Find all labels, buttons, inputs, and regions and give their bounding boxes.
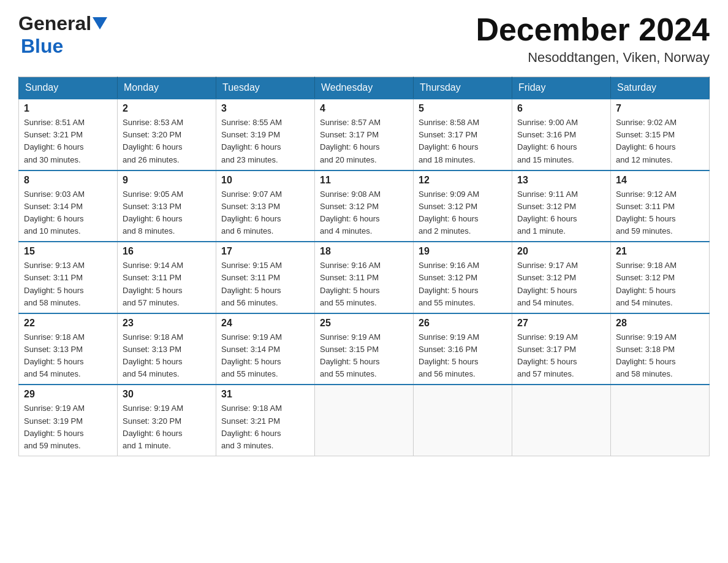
table-row: 15Sunrise: 9:13 AMSunset: 3:11 PMDayligh… [19, 242, 118, 313]
col-wednesday: Wednesday [315, 77, 414, 99]
table-row: 13Sunrise: 9:11 AMSunset: 3:12 PMDayligh… [512, 170, 611, 242]
day-number: 3 [221, 103, 309, 114]
day-info: Sunrise: 8:58 AMSunset: 3:17 PMDaylight:… [419, 117, 507, 166]
day-info: Sunrise: 9:05 AMSunset: 3:13 PMDaylight:… [123, 188, 211, 238]
table-row: 6Sunrise: 9:00 AMSunset: 3:16 PMDaylight… [512, 99, 611, 170]
svg-marker-0 [93, 17, 107, 29]
day-number: 25 [320, 318, 408, 329]
col-saturday: Saturday [611, 77, 710, 99]
table-row: 19Sunrise: 9:16 AMSunset: 3:12 PMDayligh… [414, 242, 512, 313]
day-info: Sunrise: 9:11 AMSunset: 3:12 PMDaylight:… [517, 188, 605, 238]
page-subtitle: Nesoddtangen, Viken, Norway [476, 50, 710, 66]
table-row: 25Sunrise: 9:19 AMSunset: 3:15 PMDayligh… [315, 313, 414, 385]
day-number: 29 [24, 389, 112, 400]
table-row [414, 385, 512, 456]
day-number: 12 [419, 175, 507, 186]
col-monday: Monday [118, 77, 216, 99]
day-info: Sunrise: 9:18 AMSunset: 3:13 PMDaylight:… [24, 331, 112, 381]
day-info: Sunrise: 9:03 AMSunset: 3:14 PMDaylight:… [24, 188, 112, 238]
day-number: 14 [616, 175, 704, 186]
day-info: Sunrise: 8:57 AMSunset: 3:17 PMDaylight:… [320, 117, 408, 166]
table-row [611, 385, 710, 456]
table-row: 26Sunrise: 9:19 AMSunset: 3:16 PMDayligh… [414, 313, 512, 385]
day-info: Sunrise: 9:19 AMSunset: 3:19 PMDaylight:… [24, 402, 112, 452]
day-number: 22 [24, 318, 112, 329]
table-row: 29Sunrise: 9:19 AMSunset: 3:19 PMDayligh… [19, 385, 118, 456]
day-info: Sunrise: 9:18 AMSunset: 3:21 PMDaylight:… [221, 402, 309, 452]
logo-arrow-icon [93, 17, 107, 32]
day-info: Sunrise: 8:53 AMSunset: 3:20 PMDaylight:… [123, 117, 211, 166]
day-info: Sunrise: 9:16 AMSunset: 3:12 PMDaylight:… [419, 259, 507, 309]
col-tuesday: Tuesday [216, 77, 315, 99]
table-row: 24Sunrise: 9:19 AMSunset: 3:14 PMDayligh… [216, 313, 315, 385]
day-info: Sunrise: 9:07 AMSunset: 3:13 PMDaylight:… [221, 188, 309, 238]
page-title: December 2024 [476, 12, 710, 47]
day-info: Sunrise: 9:17 AMSunset: 3:12 PMDaylight:… [517, 259, 605, 309]
table-row [315, 385, 414, 456]
day-info: Sunrise: 9:19 AMSunset: 3:20 PMDaylight:… [123, 402, 211, 452]
day-info: Sunrise: 9:12 AMSunset: 3:11 PMDaylight:… [616, 188, 704, 238]
col-thursday: Thursday [414, 77, 512, 99]
calendar-week-row: 22Sunrise: 9:18 AMSunset: 3:13 PMDayligh… [19, 313, 710, 385]
table-row: 4Sunrise: 8:57 AMSunset: 3:17 PMDaylight… [315, 99, 414, 170]
table-row: 1Sunrise: 8:51 AMSunset: 3:21 PMDaylight… [19, 99, 118, 170]
table-row: 30Sunrise: 9:19 AMSunset: 3:20 PMDayligh… [118, 385, 216, 456]
day-info: Sunrise: 8:51 AMSunset: 3:21 PMDaylight:… [24, 117, 112, 166]
day-number: 9 [123, 175, 211, 186]
table-row: 5Sunrise: 8:58 AMSunset: 3:17 PMDaylight… [414, 99, 512, 170]
calendar-week-row: 8Sunrise: 9:03 AMSunset: 3:14 PMDaylight… [19, 170, 710, 242]
title-area: December 2024 Nesoddtangen, Viken, Norwa… [476, 12, 710, 66]
table-row: 2Sunrise: 8:53 AMSunset: 3:20 PMDaylight… [118, 99, 216, 170]
table-row: 20Sunrise: 9:17 AMSunset: 3:12 PMDayligh… [512, 242, 611, 313]
calendar-header-row: Sunday Monday Tuesday Wednesday Thursday… [19, 77, 710, 99]
day-number: 13 [517, 175, 605, 186]
day-number: 24 [221, 318, 309, 329]
day-number: 15 [24, 246, 112, 257]
day-number: 20 [517, 246, 605, 257]
table-row: 8Sunrise: 9:03 AMSunset: 3:14 PMDaylight… [19, 170, 118, 242]
day-number: 31 [221, 389, 309, 400]
table-row: 31Sunrise: 9:18 AMSunset: 3:21 PMDayligh… [216, 385, 315, 456]
day-number: 18 [320, 246, 408, 257]
day-number: 23 [123, 318, 211, 329]
table-row [512, 385, 611, 456]
table-row: 3Sunrise: 8:55 AMSunset: 3:19 PMDaylight… [216, 99, 315, 170]
day-number: 16 [123, 246, 211, 257]
day-info: Sunrise: 9:02 AMSunset: 3:15 PMDaylight:… [616, 117, 704, 166]
day-info: Sunrise: 9:18 AMSunset: 3:12 PMDaylight:… [616, 259, 704, 309]
day-info: Sunrise: 9:18 AMSunset: 3:13 PMDaylight:… [123, 331, 211, 381]
day-number: 8 [24, 175, 112, 186]
header: General Blue December 2024 Nesoddtangen,… [18, 12, 710, 66]
table-row: 23Sunrise: 9:18 AMSunset: 3:13 PMDayligh… [118, 313, 216, 385]
day-number: 10 [221, 175, 309, 186]
day-info: Sunrise: 9:19 AMSunset: 3:18 PMDaylight:… [616, 331, 704, 381]
table-row: 21Sunrise: 9:18 AMSunset: 3:12 PMDayligh… [611, 242, 710, 313]
table-row: 28Sunrise: 9:19 AMSunset: 3:18 PMDayligh… [611, 313, 710, 385]
day-number: 6 [517, 103, 605, 114]
day-number: 11 [320, 175, 408, 186]
day-info: Sunrise: 9:16 AMSunset: 3:11 PMDaylight:… [320, 259, 408, 309]
calendar-week-row: 15Sunrise: 9:13 AMSunset: 3:11 PMDayligh… [19, 242, 710, 313]
day-info: Sunrise: 9:13 AMSunset: 3:11 PMDaylight:… [24, 259, 112, 309]
day-info: Sunrise: 9:19 AMSunset: 3:17 PMDaylight:… [517, 331, 605, 381]
day-info: Sunrise: 9:09 AMSunset: 3:12 PMDaylight:… [419, 188, 507, 238]
day-info: Sunrise: 9:19 AMSunset: 3:15 PMDaylight:… [320, 331, 408, 381]
day-number: 21 [616, 246, 704, 257]
calendar-week-row: 29Sunrise: 9:19 AMSunset: 3:19 PMDayligh… [19, 385, 710, 456]
day-info: Sunrise: 9:14 AMSunset: 3:11 PMDaylight:… [123, 259, 211, 309]
table-row: 7Sunrise: 9:02 AMSunset: 3:15 PMDaylight… [611, 99, 710, 170]
day-number: 5 [419, 103, 507, 114]
day-number: 4 [320, 103, 408, 114]
day-number: 26 [419, 318, 507, 329]
day-number: 1 [24, 103, 112, 114]
logo-general: General [18, 12, 91, 35]
table-row: 22Sunrise: 9:18 AMSunset: 3:13 PMDayligh… [19, 313, 118, 385]
day-info: Sunrise: 9:08 AMSunset: 3:12 PMDaylight:… [320, 188, 408, 238]
calendar-week-row: 1Sunrise: 8:51 AMSunset: 3:21 PMDaylight… [19, 99, 710, 170]
col-friday: Friday [512, 77, 611, 99]
table-row: 10Sunrise: 9:07 AMSunset: 3:13 PMDayligh… [216, 170, 315, 242]
day-number: 28 [616, 318, 704, 329]
day-info: Sunrise: 9:19 AMSunset: 3:16 PMDaylight:… [419, 331, 507, 381]
day-info: Sunrise: 9:19 AMSunset: 3:14 PMDaylight:… [221, 331, 309, 381]
day-number: 19 [419, 246, 507, 257]
